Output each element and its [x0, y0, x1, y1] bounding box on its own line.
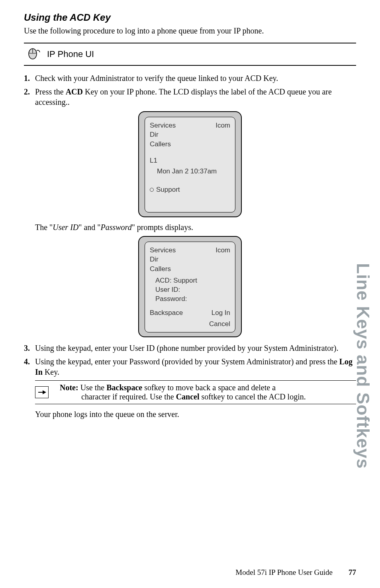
- note-block: Note: Use the Backspace sofkey to move b…: [35, 380, 356, 404]
- ui-banner: IP Phone UI: [24, 43, 356, 66]
- note-2b: Cancel: [176, 392, 200, 401]
- lcd1-icom: Icom: [215, 121, 230, 130]
- lcd2-dir: Dir: [150, 255, 230, 264]
- note-arrow-icon: [35, 386, 49, 398]
- prompt-e: " prompts displays.: [132, 223, 193, 232]
- steps-list: Check with your Administrator to verify …: [24, 73, 356, 107]
- prompt-d: Password: [100, 223, 131, 232]
- step-2: Press the ACD Key on your IP phone. The …: [24, 87, 356, 107]
- lcd2-icom: Icom: [215, 246, 230, 254]
- lcd1-callers: Callers: [150, 140, 230, 148]
- note-1c: sofkey to move back a space and delete a: [142, 383, 276, 392]
- lcd2-login: Log In: [209, 309, 230, 317]
- page-number: 77: [349, 568, 356, 577]
- section-title: Using the ACD Key: [24, 12, 356, 23]
- ui-banner-label: IP Phone UI: [47, 49, 94, 59]
- prompt-text: The "User ID" and "Password" prompts dis…: [24, 223, 356, 232]
- step-2-a: Press the: [35, 87, 66, 96]
- lcd2-wrap: Services Icom Dir Callers ACD: Support U…: [24, 236, 356, 337]
- prompt-b: User ID: [53, 223, 78, 232]
- lcd2-inner: Services Icom Dir Callers ACD: Support U…: [145, 242, 235, 332]
- note-content: Note: Use the Backspace sofkey to move b…: [60, 383, 356, 401]
- footer: Model 57i IP Phone User Guide 77: [24, 568, 356, 577]
- intro-text: Use the following procedure to log into …: [24, 26, 356, 35]
- lcd1-support: Support: [156, 186, 180, 194]
- after-note-text: Your phone logs into the queue on the se…: [24, 410, 356, 419]
- step-1: Check with your Administrator to verify …: [24, 73, 356, 83]
- lcd1-support-row: Support: [150, 186, 230, 194]
- note-1b: Backspace: [106, 383, 142, 392]
- lcd1-wrap: Services Icom Dir Callers L1 Mon Jan 2 1…: [24, 111, 356, 217]
- note-1a: Use the: [80, 383, 107, 392]
- lcd1-datetime: Mon Jan 2 10:37am: [150, 167, 230, 175]
- lcd2-userid: User ID:: [150, 285, 230, 294]
- status-circle-icon: [150, 188, 154, 192]
- lcd1-dir: Dir: [150, 130, 230, 139]
- note-2a: character if required. Use the: [81, 392, 176, 401]
- step-4-a: Using the keypad, enter your Password (p…: [35, 357, 339, 366]
- side-tab: Line Keys and Softkeys: [353, 263, 373, 469]
- prompt-a: The ": [35, 223, 53, 232]
- step-4: Using the keypad, enter your Password (p…: [24, 356, 356, 377]
- mouse-icon: [25, 47, 41, 61]
- footer-text: Model 57i IP Phone User Guide: [235, 568, 333, 577]
- steps-list-2: Using the keypad, enter your User ID (ph…: [24, 343, 356, 377]
- lcd2-password: Password:: [150, 295, 230, 303]
- step-3: Using the keypad, enter your User ID (ph…: [24, 343, 356, 353]
- lcd2-cancel: Cancel: [209, 320, 230, 328]
- note-label: Note:: [60, 383, 80, 392]
- step-4-c: Key.: [43, 368, 59, 376]
- note-2c: softkey to cancel the ACD login.: [200, 392, 306, 401]
- lcd2-acd: ACD: Support: [150, 276, 230, 285]
- lcd1-inner: Services Icom Dir Callers L1 Mon Jan 2 1…: [145, 117, 235, 212]
- lcd2-callers: Callers: [150, 265, 230, 273]
- prompt-c: " and ": [78, 223, 100, 232]
- lcd1-line: L1: [150, 156, 230, 165]
- lcd1: Services Icom Dir Callers L1 Mon Jan 2 1…: [138, 111, 242, 217]
- lcd2: Services Icom Dir Callers ACD: Support U…: [138, 236, 242, 337]
- lcd2-backspace: Backspace: [150, 309, 183, 328]
- step-2-b: ACD: [66, 87, 83, 96]
- svg-marker-3: [43, 390, 46, 394]
- lcd1-services: Services: [150, 121, 176, 130]
- lcd2-services: Services: [150, 246, 176, 254]
